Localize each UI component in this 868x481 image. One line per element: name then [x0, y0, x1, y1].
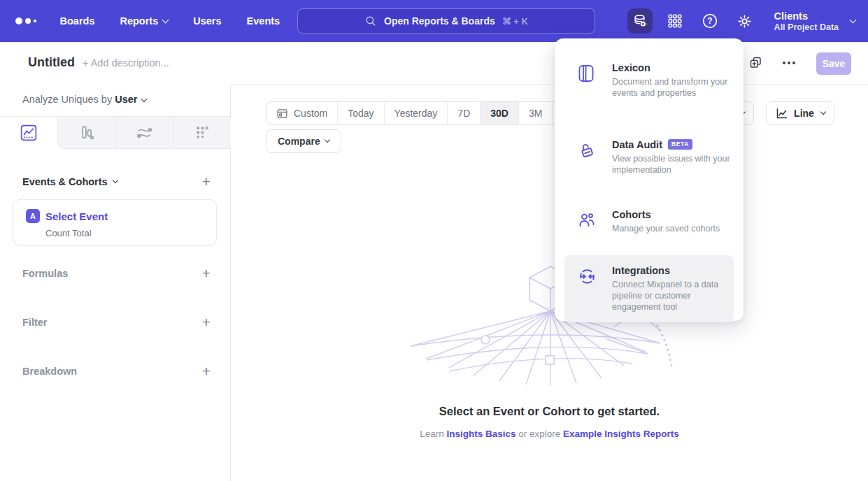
lexicon-book-icon — [578, 64, 595, 82]
search-shortcut: ⌘ + K — [502, 16, 528, 27]
date-range-custom[interactable]: Custom — [266, 102, 337, 124]
data-audit-icon — [578, 141, 596, 159]
beta-badge: BETA — [668, 139, 692, 150]
calendar-icon — [276, 108, 288, 120]
visualization-tabbar — [0, 116, 231, 149]
analyze-by-dropdown[interactable]: User — [115, 94, 146, 105]
report-title[interactable]: Untitled — [28, 55, 75, 70]
add-filter-button[interactable]: + — [202, 315, 211, 329]
date-range-control: Custom Today Yesterday 7D 30D 3M 6M — [266, 101, 587, 125]
menu-item-lexicon[interactable]: Lexicon Document and transform your even… — [555, 52, 744, 108]
apps-grid-button[interactable] — [662, 8, 688, 34]
project-switcher[interactable]: Clients All Project Data — [774, 10, 855, 32]
date-range-today[interactable]: Today — [337, 102, 383, 124]
add-event-button[interactable]: + — [202, 175, 211, 189]
save-button[interactable]: Save — [816, 52, 851, 75]
tab-insights-line[interactable] — [0, 117, 57, 149]
breakdown-section: Breakdown + — [22, 363, 211, 380]
chevron-down-icon — [324, 137, 329, 143]
events-cohorts-header[interactable]: Events & Cohorts — [22, 176, 118, 187]
analyze-uniques-control: Analyze Uniques by User — [22, 94, 146, 105]
integrations-sync-icon — [578, 267, 597, 286]
nav-boards[interactable]: Boards — [60, 15, 95, 27]
global-search-input[interactable]: Open Reports & Boards ⌘ + K — [297, 8, 595, 34]
tab-retention-grid[interactable] — [173, 117, 231, 148]
duplicate-button[interactable] — [748, 55, 763, 70]
add-description-field[interactable]: + Add description... — [83, 57, 169, 69]
formulas-header: Formulas — [22, 268, 68, 279]
empty-state: Select an Event or Cohort to get started… — [231, 405, 868, 439]
example-reports-link[interactable]: Example Insights Reports — [563, 429, 679, 439]
chart-type-dropdown[interactable]: Line — [766, 101, 834, 125]
nav-reports[interactable]: Reports — [120, 15, 168, 27]
date-range-3m[interactable]: 3M — [518, 102, 552, 124]
menu-item-data-audit[interactable]: Data Audit BETA View possible issues wit… — [555, 129, 744, 185]
filter-header: Filter — [22, 317, 47, 328]
event-row-a[interactable]: A Select Event Count Total — [13, 199, 217, 245]
nav-users[interactable]: Users — [193, 15, 221, 27]
duplicate-icon — [748, 55, 763, 70]
chevron-down-icon — [112, 178, 118, 183]
query-builder-sidebar: Analyze Uniques by User — [0, 85, 231, 481]
line-chart-framed-icon — [20, 124, 37, 141]
data-management-button[interactable] — [627, 8, 653, 34]
settings-gear-icon — [736, 13, 753, 30]
formulas-section: Formulas + — [22, 265, 211, 282]
data-tools-dropdown-panel: Lexicon Document and transform your even… — [555, 38, 744, 321]
tab-flows[interactable] — [115, 117, 173, 148]
top-navbar: Boards Reports Users Events Open Reports… — [0, 0, 868, 42]
more-options-button[interactable] — [783, 55, 795, 71]
database-gear-icon — [632, 13, 648, 29]
project-name: All Project Data — [774, 22, 839, 32]
chevron-down-icon — [141, 96, 147, 102]
select-event-button[interactable]: Select Event — [45, 210, 108, 222]
cohorts-people-icon — [578, 211, 596, 229]
nav-events[interactable]: Events — [247, 15, 280, 27]
compare-dropdown[interactable]: Compare — [266, 129, 341, 153]
filter-section: Filter + — [22, 314, 211, 331]
search-icon — [364, 15, 377, 27]
dots-grid-icon — [194, 124, 211, 141]
count-total-dropdown[interactable]: Count Total — [45, 228, 92, 238]
breakdown-header: Breakdown — [22, 366, 77, 377]
bar-chart-icon — [79, 124, 95, 141]
navbar-actions: ? Clients All Project Data — [627, 0, 855, 42]
org-name: Clients — [774, 10, 839, 22]
menu-item-integrations[interactable]: Integrations Connect Mixpanel to a data … — [564, 255, 734, 322]
chevron-down-icon — [820, 109, 826, 115]
flows-icon — [136, 124, 152, 141]
events-cohorts-section: Events & Cohorts + — [22, 173, 211, 190]
add-breakdown-button[interactable]: + — [202, 364, 211, 378]
date-range-yesterday[interactable]: Yesterday — [384, 102, 448, 124]
chevron-down-icon — [850, 16, 857, 23]
line-chart-icon — [775, 107, 788, 120]
search-placeholder: Open Reports & Boards — [384, 15, 495, 27]
tab-bar-chart[interactable] — [58, 117, 115, 148]
mixpanel-logo[interactable] — [15, 17, 36, 24]
date-range-30d[interactable]: 30D — [480, 102, 518, 124]
help-icon: ? — [701, 12, 719, 30]
add-formula-button[interactable]: + — [202, 266, 211, 280]
svg-text:?: ? — [707, 16, 712, 26]
insights-basics-link[interactable]: Insights Basics — [446, 429, 515, 439]
empty-state-connector: or explore — [518, 429, 560, 439]
empty-state-prefix: Learn — [420, 429, 444, 439]
chevron-down-icon — [162, 16, 169, 23]
apps-grid-icon — [667, 13, 683, 29]
date-range-7d[interactable]: 7D — [447, 102, 480, 124]
chart-area: Custom Today Yesterday 7D 30D 3M 6M Comp… — [231, 84, 868, 480]
empty-state-title: Select an Event or Cohort to get started… — [231, 405, 868, 418]
help-button[interactable]: ? — [697, 8, 723, 34]
event-letter-badge: A — [26, 209, 40, 223]
menu-item-cohorts[interactable]: Cohorts Manage your saved cohorts — [555, 199, 744, 244]
settings-button[interactable] — [732, 8, 757, 34]
